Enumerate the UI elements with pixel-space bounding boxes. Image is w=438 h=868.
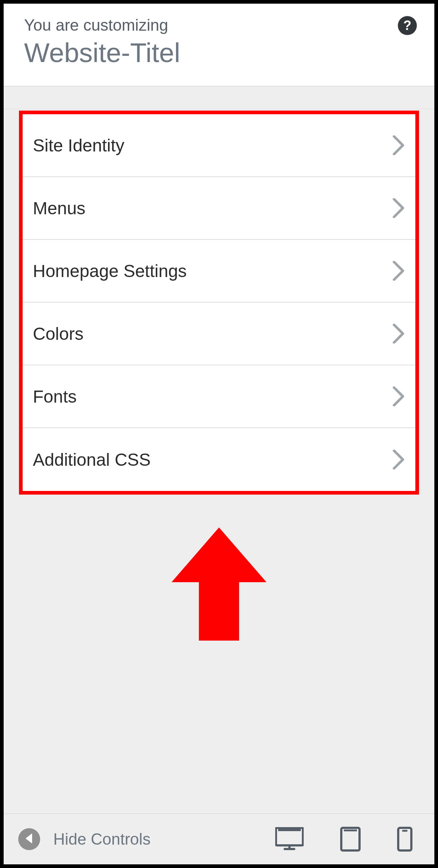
- preview-tablet-button[interactable]: [340, 827, 361, 852]
- menu-item-colors[interactable]: Colors: [23, 303, 415, 365]
- chevron-right-icon: [393, 450, 405, 469]
- menu-item-label: Fonts: [33, 387, 77, 407]
- menu-item-label: Site Identity: [33, 135, 124, 155]
- mobile-icon: [397, 827, 412, 852]
- customizer-panel: You are customizing Website-Titel ? Site…: [0, 0, 438, 868]
- header-subtitle: You are customizing: [24, 16, 414, 34]
- header-title: Website-Titel: [24, 38, 414, 68]
- preview-desktop-button[interactable]: [275, 827, 304, 851]
- chevron-right-icon: [393, 324, 405, 343]
- annotation-arrow-up-icon: [172, 527, 266, 641]
- desktop-icon: [275, 827, 304, 851]
- chevron-right-icon: [393, 387, 405, 406]
- menu-item-label: Additional CSS: [33, 450, 151, 470]
- menu-item-label: Colors: [33, 324, 84, 344]
- collapse-sidebar-button[interactable]: [18, 828, 40, 850]
- help-button[interactable]: ?: [398, 16, 417, 35]
- customizer-menu-highlight: Site Identity Menus Homepage Settings Co…: [19, 111, 419, 495]
- chevron-right-icon: [393, 135, 405, 155]
- menu-item-homepage-settings[interactable]: Homepage Settings: [23, 240, 415, 303]
- menu-item-fonts[interactable]: Fonts: [23, 365, 415, 428]
- tablet-icon: [340, 827, 361, 852]
- menu-item-menus[interactable]: Menus: [23, 177, 415, 240]
- triangle-left-icon: [25, 833, 34, 845]
- menu-item-label: Menus: [33, 198, 85, 218]
- customizer-header: You are customizing Website-Titel ?: [4, 4, 434, 87]
- chevron-right-icon: [393, 261, 405, 281]
- hide-controls-label[interactable]: Hide Controls: [53, 830, 262, 848]
- menu-item-additional-css[interactable]: Additional CSS: [23, 428, 415, 491]
- customizer-footer: Hide Controls: [4, 813, 434, 864]
- menu-item-label: Homepage Settings: [33, 261, 187, 281]
- device-preview-toggles: [275, 827, 412, 852]
- menu-item-site-identity[interactable]: Site Identity: [23, 114, 415, 177]
- preview-mobile-button[interactable]: [397, 827, 412, 852]
- header-spacer: [4, 87, 434, 109]
- chevron-right-icon: [393, 198, 405, 218]
- help-icon: ?: [403, 18, 411, 33]
